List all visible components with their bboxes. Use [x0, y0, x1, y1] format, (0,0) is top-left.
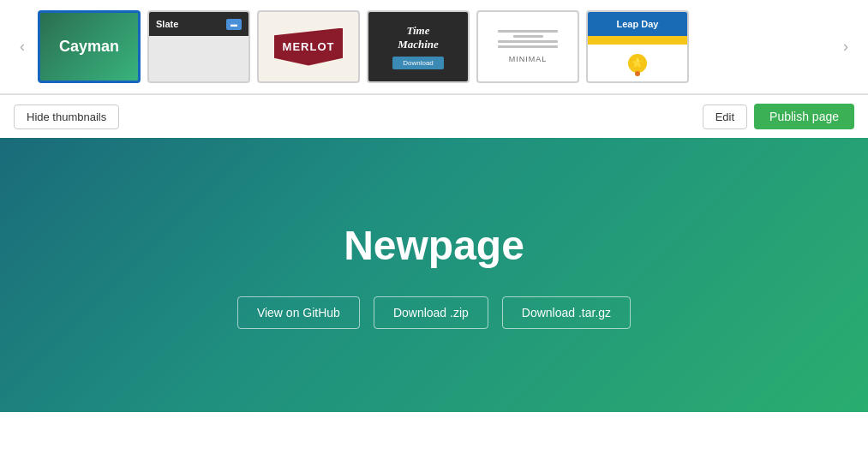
leapday-header: Leap Day [588, 12, 687, 36]
preview-title: Newpage [344, 222, 524, 269]
slate-title-label: Slate [156, 19, 178, 29]
publish-button[interactable]: Publish page [754, 104, 854, 129]
theme-leapday[interactable]: Leap Day 🌟 [586, 10, 689, 83]
theme-slate[interactable]: Slate ▬ [147, 10, 250, 83]
action-bar: Hide thumbnails Edit Publish page [0, 94, 868, 138]
leapday-dot [635, 71, 640, 76]
download-targz-button[interactable]: Download .tar.gz [502, 296, 631, 329]
leapday-yellow-bar [588, 36, 687, 45]
edit-button[interactable]: Edit [703, 105, 747, 129]
minimal-line-3 [498, 40, 558, 43]
leapday-coin: 🌟 [628, 54, 647, 73]
hide-thumbnails-button[interactable]: Hide thumbnails [14, 105, 119, 129]
minimal-line-2 [513, 35, 543, 38]
download-zip-button[interactable]: Download .zip [374, 296, 488, 329]
theme-minimal[interactable]: MINIMAL [476, 10, 579, 83]
view-github-button[interactable]: View on GitHub [237, 296, 360, 329]
merlot-badge: MERLOT [274, 28, 343, 66]
themes-container: Cayman Slate ▬ MERLOT TimeMachine Downlo… [38, 7, 830, 87]
minimal-line-4 [498, 45, 558, 48]
slate-body [149, 36, 248, 81]
cayman-label: Cayman [59, 38, 119, 56]
timemachine-download: Download [392, 57, 444, 69]
theme-timemachine[interactable]: TimeMachine Download [367, 10, 470, 83]
minimal-lines [498, 30, 558, 48]
theme-cayman[interactable]: Cayman [38, 10, 141, 83]
theme-merlot[interactable]: MERLOT [257, 10, 360, 83]
slate-button: ▬ [226, 19, 242, 30]
action-right-buttons: Edit Publish page [703, 104, 854, 129]
next-arrow[interactable]: › [830, 32, 861, 63]
themes-bar: ‹ Cayman Slate ▬ MERLOT TimeMachine Down… [0, 0, 868, 94]
prev-arrow[interactable]: ‹ [7, 32, 38, 63]
leapday-body: 🌟 [588, 45, 687, 81]
preview-area: Newpage View on GitHub Download .zip Dow… [0, 138, 868, 412]
minimal-line-1 [498, 30, 558, 33]
minimal-label: MINIMAL [509, 55, 548, 63]
timemachine-title: TimeMachine [398, 24, 439, 51]
slate-header: Slate ▬ [149, 12, 248, 36]
preview-buttons: View on GitHub Download .zip Download .t… [237, 296, 631, 329]
